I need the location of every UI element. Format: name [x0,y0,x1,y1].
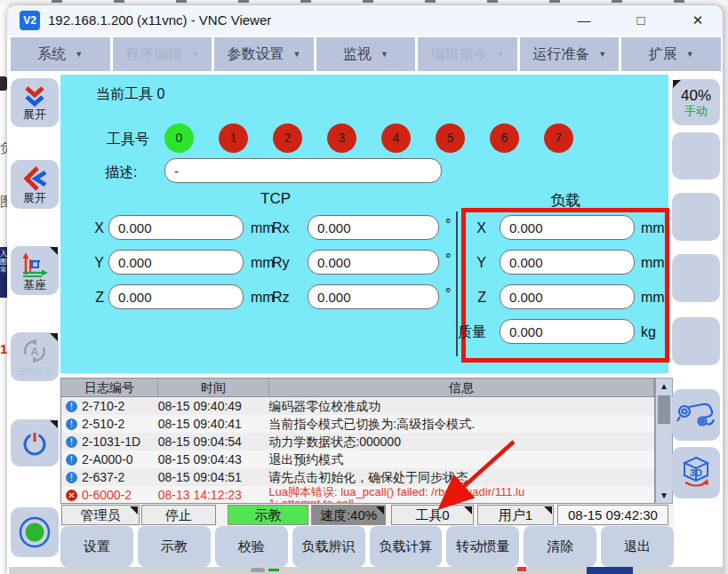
button-设置[interactable]: 设置 [60,526,133,567]
log-id-cell: !2-637-2 [61,468,158,486]
background-fragment [587,567,633,574]
log-row[interactable]: !2-A000-008-15 09:04:43退出预约模式 [61,450,654,468]
status-停止[interactable]: 停止 [141,505,216,525]
power-icon [20,428,50,458]
load-axis-label: Y [440,250,486,275]
log-header-1: 时间 [158,379,269,396]
menu-item-扩展[interactable]: 扩展▼ [621,37,721,71]
corner-marker-icon [464,506,472,514]
load-input[interactable] [500,284,635,309]
log-row[interactable]: !2-1031-1D08-15 09:04:54动力学数据状态:000000 [61,433,654,450]
tcp-rx-input[interactable] [308,215,439,240]
side-button-展开[interactable]: 展开 [11,160,59,209]
corner-marker-icon [673,80,681,88]
tool-number-label: 工具号 [107,131,149,149]
scroll-up-icon[interactable]: ▲ [656,381,672,391]
load-unit-label: kg [641,319,656,345]
side-button-基座[interactable]: 基座 [11,246,59,295]
tcp-axis-label: Z [71,284,104,310]
log-table-body: !2-710-208-15 09:40:49编码器零位校准成功!2-510-20… [61,397,654,504]
right-button-empty[interactable] [672,132,720,179]
menu-item-label: 监视 [343,45,372,64]
description-input[interactable] [164,158,442,183]
tool-circle-2[interactable]: 2 [273,124,302,153]
button-转动惯量[interactable]: 转动惯量 [446,526,519,567]
window-title: 192.168.1.200 (x11vnc) - VNC Viewer [48,5,271,36]
load-input[interactable] [500,319,635,344]
tcp-x-input[interactable] [108,215,244,240]
log-time: 08-15 09:40:49 [158,397,269,415]
tcp-raxis-label: Rz [272,284,300,310]
status-用户1[interactable]: 用户1 [477,505,554,525]
log-row[interactable]: !2-510-208-15 09:40:41当前指令模式已切换为:高级指令模式. [61,415,654,433]
log-message: 编码器零位校准成功 [268,397,654,415]
side-button-展开[interactable]: 展开 [11,78,59,127]
minimize-button[interactable]: — [569,5,599,36]
tool-circle-4[interactable]: 4 [381,124,411,153]
menu-item-监视[interactable]: 监视▼ [316,37,416,71]
side-button-enable-icon[interactable] [11,507,59,557]
menu-item-label: 程序编辑 [125,45,182,64]
button-负载辨识[interactable]: 负载辨识 [292,526,365,567]
load-input[interactable] [500,215,635,240]
button-负载计算[interactable]: 负载计算 [370,526,443,567]
status-管理员[interactable]: 管理员 [61,505,140,525]
right-button-hand-guide-icon[interactable] [672,389,720,441]
tcp-rz-input[interactable] [308,284,439,309]
scroll-thumb[interactable] [658,395,670,424]
tcp-unit-label: mm [251,250,275,275]
right-button-3d-view-icon[interactable]: 3D [672,447,720,498]
load-axis-label: 质量 [440,319,486,345]
menu-item-运行准备[interactable]: 运行准备▼ [520,37,620,71]
load-input[interactable] [500,250,635,275]
current-tool-label: 当前工具 0 [96,85,164,104]
background-fragment [517,567,526,571]
log-table-header: 日志编号时间信息 [61,379,654,397]
menu-item-参数设置[interactable]: 参数设置▼ [214,37,314,71]
button-退出[interactable]: 退出 [601,526,674,567]
menu-item-编辑指令[interactable]: 编辑指令▼ [418,37,517,71]
side-button-连续循环[interactable]: A连续循环 [11,332,59,381]
scroll-down-icon[interactable]: ▼ [656,490,672,500]
info-icon: ! [66,419,77,430]
menu-item-程序编辑[interactable]: 程序编辑▼ [113,37,212,71]
load-unit-label: mm [641,250,665,275]
side-button-label: 连续循环 [17,365,52,378]
button-清除[interactable]: 清除 [524,526,596,567]
right-button-empty[interactable] [672,317,720,365]
tool-circle-3[interactable]: 3 [327,124,356,153]
status-工具0[interactable]: 工具0 [391,505,474,525]
button-示教[interactable]: 示教 [138,526,211,567]
log-row[interactable]: !2-637-208-15 09:04:51请先点击初始化，确保处于同步状态 [61,468,654,486]
screen: 负 图 入图 常 1 V2 192.168.1.200 (x11vnc) - V… [0,0,728,574]
log-table: 日志编号时间信息 !2-710-208-15 09:40:49编码器零位校准成功… [60,378,655,504]
tool-circle-1[interactable]: 1 [219,124,248,153]
tool-circle-5[interactable]: 5 [436,124,465,153]
tool-circle-6[interactable]: 6 [490,124,519,153]
chevron-down-icon: ▼ [497,50,505,59]
log-id: 2-1031-1D [82,434,140,449]
side-button-label: 展开 [23,108,46,121]
log-id-cell: !2-510-2 [61,415,158,433]
right-button-empty[interactable] [672,254,720,302]
status-示教[interactable]: 示教 [228,505,308,525]
log-row[interactable]: !2-710-208-15 09:40:49编码器零位校准成功 [61,397,654,415]
log-scrollbar[interactable]: ▲ ▼ [655,378,673,504]
button-校验[interactable]: 校验 [215,526,288,567]
right-button-empty[interactable] [672,193,720,241]
close-button[interactable]: ✕ [683,5,713,36]
tcp-z-input[interactable] [108,284,244,309]
side-button-power-icon[interactable] [11,419,59,466]
maximize-button[interactable]: □ [626,5,656,36]
log-header-0: 日志编号 [61,379,158,396]
tool-circle-7[interactable]: 7 [544,124,573,153]
tool-circle-0[interactable]: 0 [164,124,194,153]
status-08-15 09:42:30[interactable]: 08-15 09:42:30 [557,505,668,525]
tcp-y-input[interactable] [108,250,244,275]
menu-item-系统[interactable]: 系统▼ [11,37,110,71]
status-速度:40%[interactable]: 速度:40% [311,505,386,525]
menu-item-label: 系统 [37,45,66,64]
tcp-ry-input[interactable] [308,250,439,275]
speed-mode-button[interactable]: 40%手动 [672,79,720,125]
log-row[interactable]: ✕0-6000-208-13 14:12:23Lua脚本错误: lua_pcal… [61,486,654,504]
